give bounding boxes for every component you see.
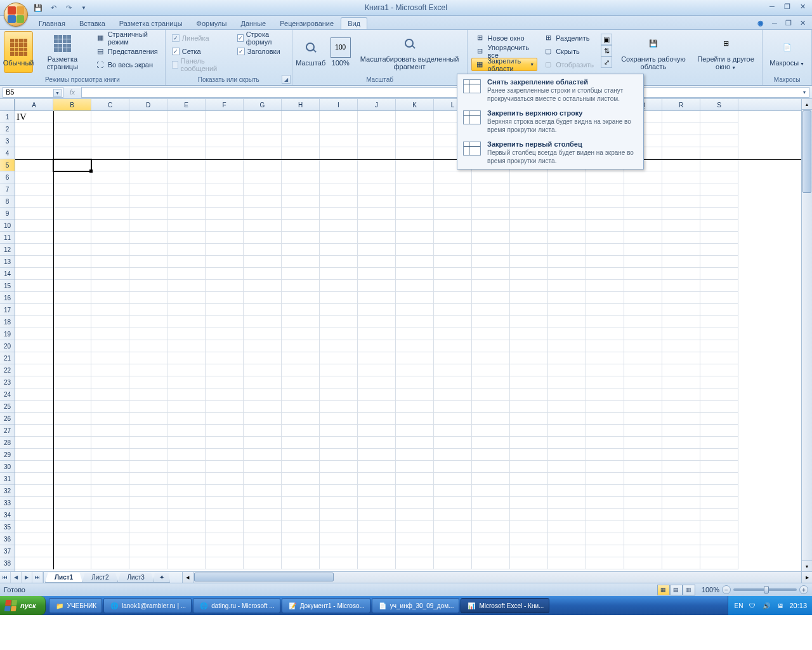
cell[interactable] xyxy=(624,413,662,425)
cell[interactable] xyxy=(206,183,244,196)
cell[interactable] xyxy=(15,316,53,328)
cell[interactable] xyxy=(662,545,700,557)
tab-data[interactable]: Данные xyxy=(233,17,273,29)
cell[interactable] xyxy=(472,533,510,545)
cell[interactable] xyxy=(358,232,396,244)
cell[interactable] xyxy=(700,557,738,569)
cell[interactable] xyxy=(206,461,244,473)
cell[interactable] xyxy=(282,485,320,497)
cell[interactable] xyxy=(548,401,586,413)
cell[interactable] xyxy=(358,256,396,268)
cell[interactable] xyxy=(167,111,206,123)
cell[interactable] xyxy=(548,352,586,364)
cell[interactable] xyxy=(700,292,738,304)
cell[interactable] xyxy=(548,413,586,425)
cell[interactable] xyxy=(15,292,53,304)
cell[interactable] xyxy=(472,401,510,413)
cell[interactable] xyxy=(700,485,738,497)
cell[interactable] xyxy=(662,437,700,449)
row-header-17[interactable]: 17 xyxy=(0,304,15,316)
cell[interactable] xyxy=(91,449,129,461)
cell[interactable] xyxy=(434,413,472,425)
cell[interactable] xyxy=(548,364,586,376)
freeze-first-col-item[interactable]: Закрепить первый столбец Первый столбец … xyxy=(458,137,643,168)
cell[interactable] xyxy=(15,256,53,268)
doc-close-button[interactable]: ✕ xyxy=(797,17,808,29)
cell[interactable] xyxy=(700,316,738,328)
cell[interactable] xyxy=(624,220,662,232)
cell[interactable] xyxy=(548,328,586,340)
cell[interactable] xyxy=(91,425,129,437)
cell[interactable] xyxy=(53,159,91,171)
sync-scroll-icon[interactable]: ⇅ xyxy=(601,45,612,56)
cell[interactable] xyxy=(244,449,282,461)
cell[interactable] xyxy=(206,111,244,123)
cell[interactable] xyxy=(662,147,700,159)
cell[interactable] xyxy=(548,437,586,449)
cell[interactable] xyxy=(396,292,434,304)
taskbar-item[interactable]: 🌐lanok1@rambler.ru | ... xyxy=(103,598,192,613)
row-header-34[interactable]: 34 xyxy=(0,509,15,521)
cell[interactable] xyxy=(282,364,320,376)
cell[interactable] xyxy=(167,232,206,244)
cell[interactable] xyxy=(320,304,358,316)
cell[interactable] xyxy=(53,256,91,268)
cell[interactable] xyxy=(129,473,167,485)
cell[interactable] xyxy=(548,376,586,388)
cell[interactable] xyxy=(700,376,738,388)
cell[interactable] xyxy=(53,437,91,449)
cell[interactable] xyxy=(548,256,586,268)
cell[interactable] xyxy=(624,232,662,244)
cell[interactable] xyxy=(282,437,320,449)
cell[interactable] xyxy=(91,280,129,292)
cell[interactable] xyxy=(700,533,738,545)
cell[interactable] xyxy=(700,340,738,352)
cell[interactable] xyxy=(662,123,700,135)
cell[interactable] xyxy=(53,220,91,232)
cell[interactable] xyxy=(472,196,510,208)
cell[interactable] xyxy=(624,485,662,497)
cell[interactable] xyxy=(624,171,662,183)
row-header-29[interactable]: 29 xyxy=(0,449,15,461)
cell[interactable] xyxy=(700,364,738,376)
cell[interactable] xyxy=(244,425,282,437)
cell[interactable] xyxy=(662,280,700,292)
freeze-top-row-item[interactable]: Закрепить верхнюю строку Верхняя строка … xyxy=(458,106,643,137)
cell[interactable] xyxy=(129,545,167,557)
cell[interactable] xyxy=(282,497,320,509)
cell[interactable] xyxy=(129,364,167,376)
cell[interactable] xyxy=(434,425,472,437)
cell[interactable] xyxy=(15,232,53,244)
cell[interactable] xyxy=(358,485,396,497)
cell[interactable] xyxy=(396,171,434,183)
cell[interactable] xyxy=(91,473,129,485)
cell[interactable] xyxy=(700,232,738,244)
tab-page-layout[interactable]: Разметка страницы xyxy=(112,17,190,29)
cell[interactable] xyxy=(282,425,320,437)
cell[interactable] xyxy=(129,208,167,220)
cell[interactable] xyxy=(53,425,91,437)
cell[interactable] xyxy=(53,364,91,376)
cell[interactable] xyxy=(434,256,472,268)
row-header-18[interactable]: 18 xyxy=(0,316,15,328)
cell[interactable] xyxy=(15,208,53,220)
cell[interactable] xyxy=(434,304,472,316)
cell[interactable] xyxy=(624,376,662,388)
new-window-button[interactable]: ⊞Новое окно xyxy=(471,31,537,44)
cell[interactable] xyxy=(244,364,282,376)
cell[interactable] xyxy=(434,316,472,328)
cell[interactable] xyxy=(510,521,548,533)
cell[interactable] xyxy=(320,509,358,521)
cell[interactable] xyxy=(129,509,167,521)
cell[interactable] xyxy=(206,304,244,316)
cell[interactable] xyxy=(358,268,396,280)
cell[interactable] xyxy=(15,340,53,352)
cell[interactable] xyxy=(396,196,434,208)
cell[interactable] xyxy=(434,183,472,196)
cell[interactable] xyxy=(15,449,53,461)
cell[interactable] xyxy=(129,304,167,316)
cell[interactable] xyxy=(624,461,662,473)
cell[interactable] xyxy=(53,280,91,292)
cell[interactable] xyxy=(624,304,662,316)
cell[interactable] xyxy=(434,328,472,340)
